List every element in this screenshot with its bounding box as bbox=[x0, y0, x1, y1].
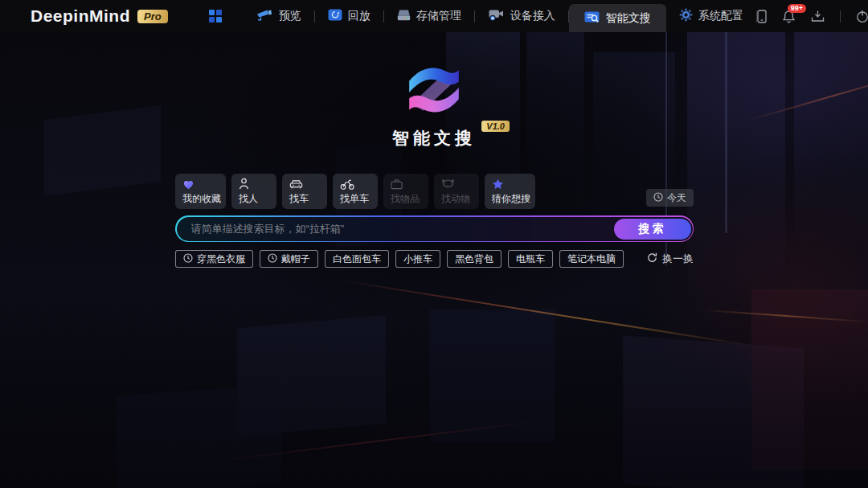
power-icon[interactable] bbox=[856, 10, 868, 23]
brand-logo: DeepinMind Pro bbox=[31, 6, 168, 26]
clock-icon bbox=[653, 192, 663, 204]
nav-item-preview[interactable]: 预览 bbox=[244, 0, 314, 32]
date-filter-today-button[interactable]: 今天 bbox=[646, 189, 694, 207]
app-logo bbox=[403, 59, 465, 124]
category-tabs: 我的收藏 找人 找车 找单车 找物品 bbox=[175, 174, 694, 209]
notification-badge: 99+ bbox=[788, 4, 806, 14]
mobile-device-icon[interactable] bbox=[757, 10, 767, 23]
grid-layout-icon[interactable] bbox=[208, 9, 223, 23]
tab-label: 找人 bbox=[239, 192, 258, 206]
tab-find-bicycle[interactable]: 找单车 bbox=[333, 174, 378, 209]
star-icon bbox=[492, 178, 504, 190]
page-title: 智能文搜 bbox=[392, 129, 476, 147]
refresh-icon bbox=[647, 252, 657, 265]
pro-badge: Pro bbox=[137, 10, 168, 23]
tab-label: 找动物 bbox=[441, 192, 470, 206]
search-bar: 搜索 bbox=[175, 215, 694, 242]
hero: 智能文搜 V1.0 bbox=[0, 59, 868, 150]
playback-icon bbox=[328, 9, 342, 23]
nav-item-label: 智能文搜 bbox=[606, 11, 651, 26]
search-bar-inner: 搜索 bbox=[177, 217, 693, 241]
person-icon bbox=[239, 178, 249, 190]
tab-my-favorites[interactable]: 我的收藏 bbox=[175, 174, 226, 209]
nav-item-label: 回放 bbox=[348, 9, 371, 23]
camera-icon bbox=[256, 8, 273, 24]
date-filter-label: 今天 bbox=[667, 191, 686, 205]
suggestion-tag[interactable]: 笔记本电脑 bbox=[559, 250, 624, 268]
nav-item-device-access[interactable]: 设备接入 bbox=[475, 0, 568, 32]
suggestion-tag-label: 戴帽子 bbox=[281, 252, 310, 266]
nav-utility-icons: 99+ bbox=[757, 10, 868, 23]
tab-label: 找单车 bbox=[340, 192, 369, 206]
title-row: 智能文搜 V1.0 bbox=[392, 127, 476, 150]
suggestion-tag-label: 黑色背包 bbox=[455, 252, 493, 266]
suggestion-tag[interactable]: 黑色背包 bbox=[447, 250, 502, 268]
top-nav: DeepinMind Pro 预览 回放 存储管理 bbox=[0, 0, 868, 32]
search-input[interactable] bbox=[177, 223, 614, 235]
nav-item-smart-search[interactable]: 智能文搜 bbox=[569, 4, 666, 32]
suggestion-tag-label: 小推车 bbox=[403, 252, 432, 266]
heart-icon bbox=[182, 178, 194, 190]
nav-item-label: 存储管理 bbox=[416, 9, 461, 23]
suggestion-tags: 穿黑色衣服 戴帽子 白色面包车 小推车 黑色背包 电瓶车 笔记本电脑 换一换 bbox=[175, 250, 694, 268]
main-nav: 预览 回放 存储管理 设备接入 智能文搜 bbox=[208, 0, 757, 32]
suggestion-tag-label: 电瓶车 bbox=[516, 252, 545, 266]
tab-find-vehicle[interactable]: 找车 bbox=[282, 174, 327, 209]
device-access-icon bbox=[488, 8, 505, 24]
tab-find-items: 找物品 bbox=[383, 174, 428, 209]
suggestion-tag[interactable]: 戴帽子 bbox=[260, 250, 318, 268]
nav-item-system-config[interactable]: 系统配置 bbox=[666, 0, 756, 32]
brand-name: DeepinMind bbox=[31, 6, 130, 26]
version-badge: V1.0 bbox=[481, 121, 510, 132]
tab-label: 找物品 bbox=[391, 192, 420, 206]
nav-item-label: 设备接入 bbox=[510, 9, 555, 23]
history-clock-icon bbox=[268, 253, 277, 265]
nav-item-playback[interactable]: 回放 bbox=[315, 0, 383, 32]
tab-label: 找车 bbox=[289, 192, 309, 206]
nav-item-label: 系统配置 bbox=[698, 9, 743, 23]
tab-label: 猜你想搜 bbox=[492, 192, 530, 206]
tab-find-person[interactable]: 找人 bbox=[231, 174, 276, 209]
smart-search-icon bbox=[584, 10, 600, 27]
notification-bell-icon[interactable]: 99+ bbox=[782, 10, 796, 23]
suggestion-tag[interactable]: 穿黑色衣服 bbox=[175, 250, 253, 268]
search-panel: 我的收藏 找人 找车 找单车 找物品 bbox=[175, 174, 694, 268]
storage-icon bbox=[397, 9, 411, 24]
download-icon[interactable] bbox=[811, 10, 825, 23]
bicycle-icon bbox=[340, 178, 354, 190]
nav-item-label: 预览 bbox=[279, 9, 301, 23]
nav-item-storage[interactable]: 存储管理 bbox=[384, 0, 474, 32]
change-batch-label: 换一换 bbox=[662, 252, 694, 266]
suggestion-tag[interactable]: 白色面包车 bbox=[325, 250, 389, 268]
search-button[interactable]: 搜索 bbox=[614, 219, 691, 240]
suggestion-tag-label: 穿黑色衣服 bbox=[197, 252, 245, 266]
suggestion-tag[interactable]: 电瓶车 bbox=[508, 250, 553, 268]
tab-find-animals: 找动物 bbox=[434, 174, 479, 209]
car-icon bbox=[289, 178, 303, 190]
tab-label: 我的收藏 bbox=[182, 192, 221, 206]
tab-guess-search[interactable]: 猜你想搜 bbox=[485, 174, 535, 209]
bag-icon bbox=[391, 178, 403, 190]
nav-separator bbox=[840, 10, 841, 23]
suggestion-tag[interactable]: 小推车 bbox=[395, 250, 440, 268]
animal-icon bbox=[441, 178, 455, 190]
change-batch-button[interactable]: 换一换 bbox=[647, 252, 694, 266]
suggestion-tag-label: 白色面包车 bbox=[333, 252, 381, 266]
history-clock-icon bbox=[183, 253, 193, 265]
gear-icon bbox=[679, 8, 693, 24]
spacer bbox=[541, 174, 646, 209]
suggestion-tag-label: 笔记本电脑 bbox=[567, 252, 616, 266]
